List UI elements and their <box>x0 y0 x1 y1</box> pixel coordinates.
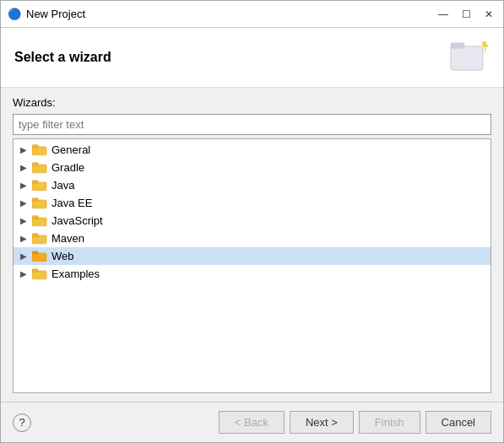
tree-item-web[interactable]: ▶ Web <box>14 247 490 265</box>
header-section: Select a wizard <box>1 28 503 88</box>
tree-label-java-ee: Java EE <box>51 197 92 209</box>
folder-icon-maven <box>32 232 47 245</box>
filter-input[interactable] <box>13 114 491 135</box>
content-section: Wizards: ▶ General ▶ Gradle ▶ Java <box>1 88 503 402</box>
tree-item-javascript[interactable]: ▶ JavaScript <box>14 212 490 230</box>
tree-label-java: Java <box>51 179 74 192</box>
tree-arrow-maven: ▶ <box>20 234 29 243</box>
tree-item-gradle[interactable]: ▶ Gradle <box>14 159 490 176</box>
svg-rect-9 <box>32 181 38 184</box>
folder-icon-examples <box>32 267 47 280</box>
tree-arrow-examples: ▶ <box>20 269 29 278</box>
title-bar-left: 🔵 New Project <box>8 8 85 21</box>
folder-icon-javascript <box>32 214 47 227</box>
tree-item-general[interactable]: ▶ General <box>14 141 490 159</box>
svg-rect-15 <box>32 234 38 237</box>
tree-arrow-java: ▶ <box>20 181 29 190</box>
help-button[interactable]: ? <box>13 413 31 432</box>
title-bar: 🔵 New Project — ☐ ✕ <box>1 1 503 28</box>
folder-icon-gradle <box>32 161 47 174</box>
maximize-button[interactable]: ☐ <box>458 8 474 20</box>
bottom-right: < Back Next > Finish Cancel <box>219 411 491 434</box>
wizard-tree: ▶ General ▶ Gradle ▶ Java ▶ <box>13 138 491 393</box>
svg-rect-1 <box>451 43 464 48</box>
wizards-label: Wizards: <box>13 96 491 109</box>
folder-icon-java-ee <box>32 197 47 209</box>
folder-icon-general <box>32 143 47 156</box>
folder-icon-java <box>32 179 47 192</box>
tree-label-general: General <box>51 143 90 156</box>
tree-item-java[interactable]: ▶ Java <box>14 176 490 194</box>
svg-rect-5 <box>32 145 38 149</box>
svg-rect-11 <box>32 198 38 202</box>
page-title: Select a wizard <box>14 50 111 65</box>
tree-item-maven[interactable]: ▶ Maven <box>14 230 490 247</box>
wizard-icon <box>449 40 490 75</box>
svg-rect-19 <box>32 269 38 273</box>
tree-arrow-web: ▶ <box>20 251 29 261</box>
svg-rect-17 <box>32 251 38 255</box>
window-icon: 🔵 <box>8 8 21 21</box>
window-title: New Project <box>26 8 85 20</box>
cancel-button[interactable]: Cancel <box>425 411 491 434</box>
next-button[interactable]: Next > <box>290 411 354 434</box>
tree-item-java-ee[interactable]: ▶ Java EE <box>14 194 490 212</box>
tree-item-examples[interactable]: ▶ Examples <box>14 265 490 283</box>
back-button[interactable]: < Back <box>219 411 285 434</box>
tree-label-maven: Maven <box>51 232 84 245</box>
bottom-left: ? <box>13 413 31 432</box>
folder-icon-web <box>32 250 47 262</box>
tree-label-web: Web <box>51 250 74 262</box>
new-project-window: 🔵 New Project — ☐ ✕ Select a wizard Wiza… <box>0 0 504 443</box>
svg-rect-7 <box>32 163 38 166</box>
tree-arrow-javascript: ▶ <box>20 216 29 225</box>
close-button[interactable]: ✕ <box>481 8 496 20</box>
tree-label-gradle: Gradle <box>51 161 84 174</box>
bottom-bar: ? < Back Next > Finish Cancel <box>1 402 503 442</box>
svg-rect-0 <box>451 46 483 70</box>
tree-arrow-java-ee: ▶ <box>20 198 29 208</box>
tree-arrow-gradle: ▶ <box>20 163 29 172</box>
finish-button[interactable]: Finish <box>359 411 420 434</box>
tree-label-examples: Examples <box>51 267 100 280</box>
title-controls: — ☐ ✕ <box>435 8 496 20</box>
minimize-button[interactable]: — <box>435 8 452 20</box>
tree-label-javascript: JavaScript <box>51 214 103 227</box>
tree-arrow-general: ▶ <box>20 145 29 154</box>
svg-rect-13 <box>32 216 38 219</box>
